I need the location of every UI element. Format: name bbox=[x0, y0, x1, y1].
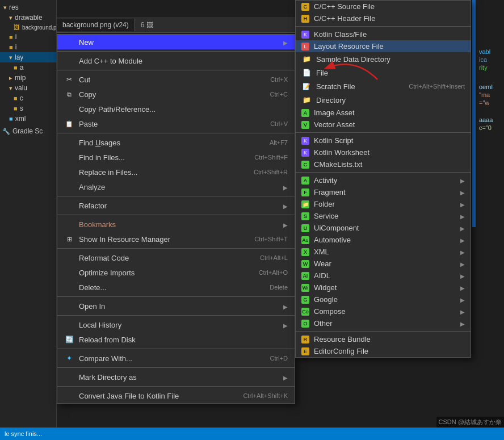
separator-1 bbox=[57, 51, 295, 52]
shortcut-find-files: Ctrl+Shift+F bbox=[254, 154, 288, 161]
submenu-item-scratch[interactable]: 📝 Scratch File Ctrl+Alt+Shift+Insert bbox=[296, 79, 471, 93]
submenu-item-kotlin-script[interactable]: K Kotlin Script bbox=[296, 135, 471, 146]
menu-item-replace-files[interactable]: Replace in Files... Ctrl+Shift+R bbox=[57, 165, 295, 179]
tree-label: c bbox=[20, 94, 23, 102]
submenu-item-directory[interactable]: 📁 Directory bbox=[296, 93, 471, 107]
code-line-3: rity bbox=[477, 64, 503, 72]
resource-bundle-icon: R bbox=[301, 336, 309, 343]
reload-icon: 🔄 bbox=[64, 334, 74, 345]
submenu-item-editorconfig[interactable]: E EditorConfig File bbox=[296, 345, 471, 357]
tree-item-bg[interactable]: 🖼 background.png bbox=[0, 23, 56, 32]
menu-item-delete[interactable]: Delete... Delete bbox=[57, 280, 295, 295]
submenu-item-other[interactable]: O Other bbox=[296, 317, 471, 329]
submenu-item-google[interactable]: G Google bbox=[296, 294, 471, 305]
cpp-icon bbox=[64, 56, 74, 66]
tree-item-res[interactable]: ▾ res bbox=[0, 2, 56, 12]
menu-item-add-cpp[interactable]: Add C++ to Module bbox=[57, 53, 295, 68]
watermark: CSDN @結城あすか奈 bbox=[436, 417, 504, 428]
activity-icon: A bbox=[301, 177, 309, 185]
shortcut-compare: Ctrl+D bbox=[270, 355, 288, 362]
fragment-arrow bbox=[460, 188, 465, 196]
submenu-item-cmake[interactable]: C CMakeLists.txt bbox=[296, 158, 471, 170]
menu-item-copy-path[interactable]: Copy Path/Reference... bbox=[57, 102, 295, 116]
tree-item-i2[interactable]: ■ i bbox=[0, 42, 56, 52]
submenu-item-file[interactable]: 📄 File bbox=[296, 66, 471, 79]
menu-item-new[interactable]: New bbox=[57, 35, 295, 49]
submenu-label-automotive: Automotive bbox=[314, 236, 456, 244]
tree-item-mip[interactable]: ▸ mip bbox=[0, 73, 56, 83]
vector-asset-icon: V bbox=[301, 121, 309, 129]
menu-item-open-in[interactable]: Open In bbox=[57, 299, 295, 313]
menu-item-compare[interactable]: ✦ Compare With... Ctrl+D bbox=[57, 351, 295, 366]
submenu-item-kotlin-class[interactable]: K Kotlin Class/File bbox=[296, 28, 471, 40]
submenu-item-service[interactable]: S Service bbox=[296, 210, 471, 222]
menu-item-refactor[interactable]: Refactor bbox=[57, 198, 295, 213]
submenu-item-sample-data[interactable]: 📁 Sample Data Directory bbox=[296, 52, 471, 66]
tree-item-i1[interactable]: ■ i bbox=[0, 32, 56, 42]
submenu-item-fragment[interactable]: F Fragment bbox=[296, 186, 471, 198]
menu-item-paste[interactable]: 📋 Paste Ctrl+V bbox=[57, 116, 295, 131]
tree-item-a[interactable]: ■ a bbox=[0, 62, 56, 73]
menu-item-reload[interactable]: 🔄 Reload from Disk bbox=[57, 332, 295, 347]
submenu-item-kotlin-worksheet[interactable]: K Kotlin Worksheet bbox=[296, 146, 471, 158]
menu-item-local-history[interactable]: Local History bbox=[57, 317, 295, 332]
uicomponent-arrow bbox=[460, 224, 465, 232]
tree-item-layout[interactable]: ▾ lay bbox=[0, 52, 56, 62]
file-tab[interactable]: background.png (v24) bbox=[57, 19, 135, 31]
submenu-item-uicomponent[interactable]: U UiComponent bbox=[296, 222, 471, 234]
shortcut-replace-files: Ctrl+Shift+R bbox=[254, 169, 288, 175]
submenu-item-resource-bundle[interactable]: R Resource Bundle bbox=[296, 333, 471, 345]
submenu-item-activity[interactable]: A Activity bbox=[296, 174, 471, 186]
menu-item-convert-java[interactable]: Convert Java File to Kotlin File Ctrl+Al… bbox=[57, 388, 295, 403]
submenu-item-xml[interactable]: X XML bbox=[296, 246, 471, 258]
menu-item-find-usages[interactable]: Find Usages Alt+F7 bbox=[57, 135, 295, 150]
local-history-arrow bbox=[283, 321, 288, 329]
menu-item-show-resource[interactable]: ⊞ Show In Resource Manager Ctrl+Shift+T bbox=[57, 232, 295, 246]
submenu-label-activity: Activity bbox=[314, 176, 456, 185]
menu-item-find-files[interactable]: Find in Files... Ctrl+Shift+F bbox=[57, 150, 295, 165]
submenu-item-vector-asset[interactable]: V Vector Asset bbox=[296, 119, 471, 131]
menu-item-bookmarks[interactable]: Bookmarks bbox=[57, 217, 295, 232]
tree-label: i bbox=[15, 43, 17, 51]
submenu-label-widget: Widget bbox=[314, 283, 456, 292]
image-icon: 🖼 bbox=[14, 24, 20, 31]
menu-item-mark-dir[interactable]: Mark Directory as bbox=[57, 370, 295, 384]
submenu-item-image-asset[interactable]: A Image Asset bbox=[296, 107, 471, 119]
submenu-label-uicomponent: UiComponent bbox=[314, 224, 456, 232]
submenu-item-automotive[interactable]: Au Automotive bbox=[296, 234, 471, 246]
tree-item-valu[interactable]: ▾ valu bbox=[0, 83, 56, 93]
tree-item-gradle[interactable]: 🔧 Gradle Sc bbox=[0, 126, 56, 136]
menu-item-cut[interactable]: ✂ Cut Ctrl+X bbox=[57, 72, 295, 87]
menu-item-reformat[interactable]: Reformat Code Ctrl+Alt+L bbox=[57, 250, 295, 265]
submenu-label-file: File bbox=[316, 69, 465, 77]
menu-item-analyze[interactable]: Analyze bbox=[57, 179, 295, 194]
menu-label-new: New bbox=[79, 38, 279, 47]
submenu-item-cpp-source[interactable]: C C/C++ Source File bbox=[296, 1, 471, 12]
convert-java-icon bbox=[64, 391, 74, 401]
activity-arrow bbox=[460, 176, 465, 185]
tree-item-drawable[interactable]: ▾ drawable bbox=[0, 12, 56, 23]
submenu-item-folder[interactable]: 📁 Folder bbox=[296, 198, 471, 210]
menu-item-copy[interactable]: ⧉ Copy Ctrl+C bbox=[57, 87, 295, 102]
submenu-item-compose[interactable]: Co Compose bbox=[296, 305, 471, 317]
menu-label-find-files: Find in Files... bbox=[79, 153, 245, 162]
separator-8 bbox=[57, 315, 295, 316]
menu-label-copy: Copy bbox=[79, 90, 261, 99]
submenu-label-editorconfig: EditorConfig File bbox=[314, 347, 465, 355]
tree-item-xml[interactable]: ■ xml bbox=[0, 114, 56, 124]
tree-item-c[interactable]: ■ c bbox=[0, 93, 56, 103]
submenu-item-wear[interactable]: W Wear bbox=[296, 258, 471, 270]
widget-arrow bbox=[460, 283, 465, 292]
shortcut-optimize: Ctrl+Alt+O bbox=[259, 269, 288, 276]
tree-label: i bbox=[15, 33, 17, 41]
shortcut-show-resource: Ctrl+Shift+T bbox=[254, 236, 288, 242]
menu-item-optimize[interactable]: Optimize Imports Ctrl+Alt+O bbox=[57, 265, 295, 280]
submenu-item-aidl[interactable]: AI AIDL bbox=[296, 270, 471, 282]
analyze-arrow bbox=[283, 183, 288, 191]
submenu-item-layout-resource[interactable]: L Layout Resource File bbox=[296, 40, 471, 52]
bookmarks-icon bbox=[64, 219, 74, 229]
submenu-item-cpp-header[interactable]: H C/C++ Header File bbox=[296, 12, 471, 24]
tree-item-s[interactable]: ■ s bbox=[0, 103, 56, 114]
submenu-item-widget[interactable]: Wi Widget bbox=[296, 282, 471, 294]
submenu-label-cpp-header: C/C++ Header File bbox=[314, 14, 465, 23]
